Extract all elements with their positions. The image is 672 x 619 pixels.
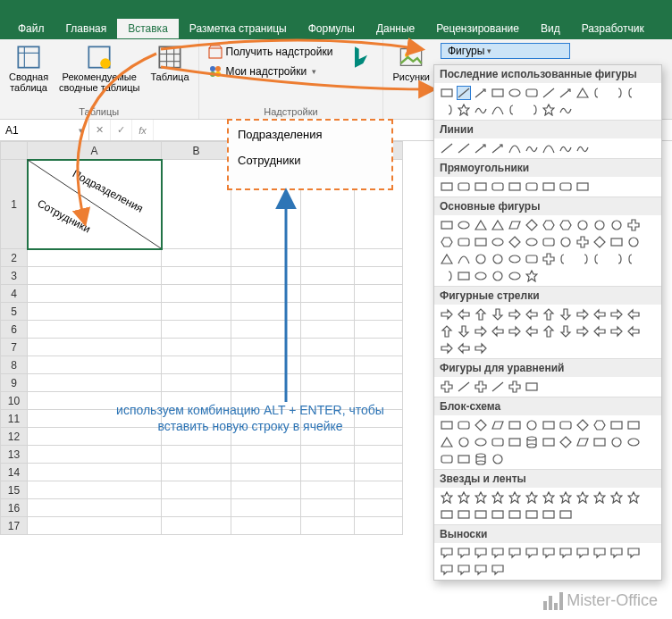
cell[interactable] xyxy=(162,481,231,499)
shape-item[interactable] xyxy=(575,86,590,100)
shape-item[interactable] xyxy=(575,252,590,266)
shape-item[interactable] xyxy=(592,307,607,322)
shape-item[interactable] xyxy=(559,141,573,155)
row-header-5[interactable]: 5 xyxy=(1,303,28,321)
shape-item[interactable] xyxy=(542,141,556,155)
row-header-6[interactable]: 6 xyxy=(1,321,28,339)
shape-item[interactable] xyxy=(525,269,539,283)
cell[interactable] xyxy=(301,446,355,464)
shape-item[interactable] xyxy=(474,546,488,560)
cell[interactable] xyxy=(355,249,403,267)
shape-item[interactable] xyxy=(542,435,556,449)
shape-item[interactable] xyxy=(474,341,488,356)
cell[interactable] xyxy=(301,285,355,303)
shape-item[interactable] xyxy=(457,341,471,356)
cell[interactable] xyxy=(162,321,231,339)
shape-item[interactable] xyxy=(592,490,607,505)
row-header-4[interactable]: 4 xyxy=(1,285,28,303)
cell[interactable] xyxy=(28,249,162,267)
shape-item[interactable] xyxy=(440,435,454,449)
shape-item[interactable] xyxy=(474,86,488,100)
tab-formulas[interactable]: Формулы xyxy=(298,19,365,38)
row-header-13[interactable]: 13 xyxy=(1,446,28,464)
shape-item[interactable] xyxy=(474,141,488,155)
shape-item[interactable] xyxy=(575,307,590,322)
shape-item[interactable] xyxy=(457,252,471,266)
shape-item[interactable] xyxy=(609,435,624,449)
shape-item[interactable] xyxy=(440,307,454,322)
shape-item[interactable] xyxy=(508,252,522,266)
shape-item[interactable] xyxy=(525,418,539,432)
cell[interactable] xyxy=(301,321,355,339)
shape-item[interactable] xyxy=(474,180,488,194)
shape-item[interactable] xyxy=(626,218,641,232)
cell[interactable] xyxy=(301,481,355,499)
cell[interactable] xyxy=(355,321,403,339)
name-box[interactable]: A1 ▾ xyxy=(0,120,89,140)
shape-item[interactable] xyxy=(474,452,488,466)
shape-item[interactable] xyxy=(491,269,505,283)
cell[interactable] xyxy=(355,339,403,356)
shape-item[interactable] xyxy=(474,435,488,449)
shape-item[interactable] xyxy=(508,546,522,560)
shape-item[interactable] xyxy=(491,141,505,155)
row-header-2[interactable]: 2 xyxy=(1,249,28,267)
shape-item[interactable] xyxy=(592,86,607,100)
shape-item[interactable] xyxy=(440,103,454,117)
row-header-3[interactable]: 3 xyxy=(1,267,28,285)
cell[interactable] xyxy=(231,464,301,481)
shape-item[interactable] xyxy=(457,86,471,100)
shape-item[interactable] xyxy=(457,141,471,155)
cell[interactable] xyxy=(301,464,355,481)
shape-item[interactable] xyxy=(440,86,454,100)
cell[interactable] xyxy=(162,267,231,285)
shapes-button[interactable]: Фигуры ▾ xyxy=(441,43,570,59)
shape-item[interactable] xyxy=(542,490,556,505)
shape-item[interactable] xyxy=(440,252,454,266)
shape-item[interactable] xyxy=(542,546,556,560)
row-header-15[interactable]: 15 xyxy=(1,481,28,499)
cell[interactable] xyxy=(355,303,403,321)
cell[interactable] xyxy=(162,339,231,356)
shape-item[interactable] xyxy=(457,324,471,339)
shape-item[interactable] xyxy=(440,418,454,432)
shape-item[interactable] xyxy=(457,435,471,449)
shape-item[interactable] xyxy=(457,269,471,283)
shape-item[interactable] xyxy=(440,380,454,394)
shape-item[interactable] xyxy=(457,546,471,560)
cell[interactable] xyxy=(355,517,403,535)
get-addins-button[interactable]: Получить надстройки xyxy=(205,43,337,61)
row-header-16[interactable]: 16 xyxy=(1,499,28,517)
cell[interactable]: ПодразделенияСотрудники xyxy=(28,160,162,249)
tab-developer[interactable]: Разработчик xyxy=(571,19,655,38)
cell[interactable] xyxy=(162,446,231,464)
shape-item[interactable] xyxy=(474,307,488,322)
cell[interactable] xyxy=(28,321,162,339)
cell[interactable] xyxy=(301,356,355,374)
shape-item[interactable] xyxy=(542,307,556,322)
shape-item[interactable] xyxy=(457,380,471,394)
shape-item[interactable] xyxy=(609,218,624,232)
shape-item[interactable] xyxy=(525,218,539,232)
shape-item[interactable] xyxy=(525,86,539,100)
cell[interactable] xyxy=(231,481,301,499)
shape-item[interactable] xyxy=(474,324,488,339)
shape-item[interactable] xyxy=(575,141,590,155)
shape-item[interactable] xyxy=(440,452,454,466)
shape-item[interactable] xyxy=(609,235,624,249)
shape-item[interactable] xyxy=(592,324,607,339)
fx-button[interactable]: fx xyxy=(132,120,154,140)
shape-item[interactable] xyxy=(575,490,590,505)
cell[interactable] xyxy=(301,339,355,356)
shape-item[interactable] xyxy=(474,252,488,266)
cell[interactable] xyxy=(162,517,231,535)
pictures-button[interactable]: Рисунки xyxy=(389,43,433,84)
cell[interactable] xyxy=(162,374,231,392)
shape-item[interactable] xyxy=(609,86,624,100)
cell[interactable] xyxy=(231,499,301,517)
shape-item[interactable] xyxy=(525,490,539,505)
shape-item[interactable] xyxy=(491,86,505,100)
shape-item[interactable] xyxy=(525,324,539,339)
tab-home[interactable]: Главная xyxy=(55,19,118,38)
shape-item[interactable] xyxy=(609,418,624,432)
